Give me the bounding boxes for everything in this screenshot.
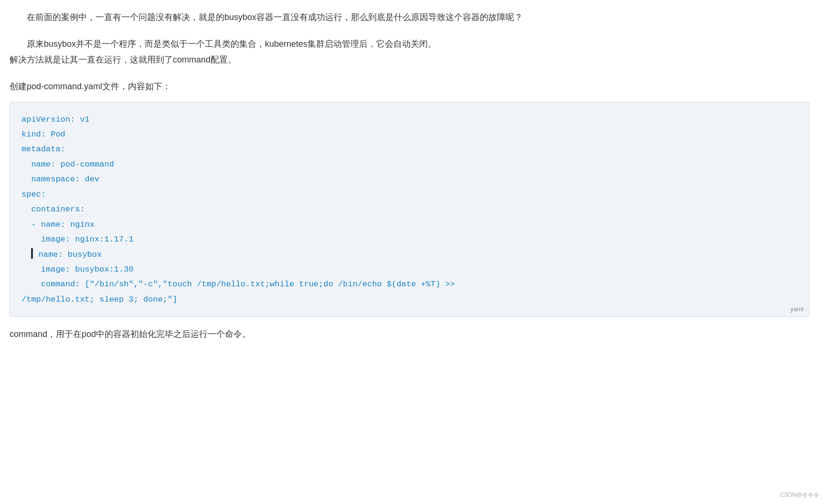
code-line-3: metadata:: [21, 145, 65, 154]
code-line-11: image: busybox:1.30: [21, 265, 134, 274]
page-container: 在前面的案例中，一直有一个问题没有解决，就是的busybox容器一直没有成功运行…: [0, 0, 824, 357]
code-line-7: containers:: [21, 205, 85, 214]
code-line-1: apiVersion: v1: [21, 115, 90, 124]
code-line-13: /tmp/hello.txt; sleep 3; done;"]: [21, 295, 177, 304]
intro-paragraph: 在前面的案例中，一直有一个问题没有解决，就是的busybox容器一直没有成功运行…: [10, 10, 810, 25]
code-line-9: image: nginx:1.17.1: [21, 235, 134, 244]
code-line-10: name: busybox: [21, 250, 102, 259]
bottom-text: command，用于在pod中的容器初始化完毕之后运行一个命令。: [10, 326, 810, 342]
code-line-12: command: ["/bin/sh","-c","touch /tmp/hel…: [21, 280, 455, 289]
code-line-6: spec:: [21, 190, 46, 199]
code-line-5: namespace: dev: [21, 175, 99, 184]
second-paragraph: 原来busybox并不是一个程序，而是类似于一个工具类的集合，kubernete…: [10, 36, 810, 67]
code-line-8: - name: nginx: [21, 220, 95, 229]
code-block: apiVersion: v1 kind: Pod metadata: name:…: [21, 112, 798, 307]
code-block-wrapper: apiVersion: v1 kind: Pod metadata: name:…: [10, 102, 810, 317]
code-label: yaml: [791, 305, 803, 313]
file-instruction: 创建pod-command.yaml文件，内容如下：: [10, 79, 810, 94]
code-line-2: kind: Pod: [21, 130, 65, 139]
csdn-watermark: CSDN@令令令: [780, 491, 819, 499]
code-line-4: name: pod-command: [21, 160, 114, 169]
